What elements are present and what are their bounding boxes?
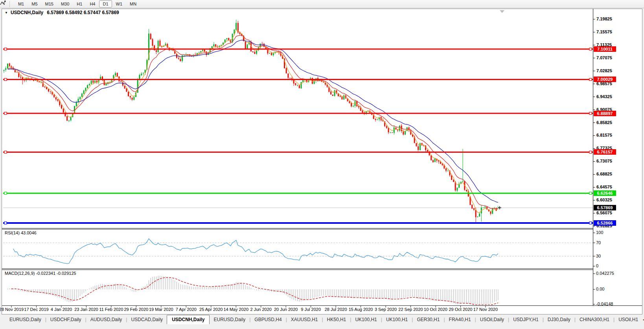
price-axis-label: 6.81575: [596, 133, 612, 137]
chart-ohlc-values: 6.57869 6.58492 6.57447 6.57869: [47, 10, 119, 15]
zigzag-glyph: [0, 0, 6, 6]
chart-tab-hk50-h1[interactable]: HK50,H1: [323, 316, 350, 324]
timeframe-button-h4[interactable]: H4: [86, 0, 99, 7]
timeframe-button-d1[interactable]: D1: [99, 0, 112, 7]
date-axis-label: 3 Sep 2020: [375, 307, 397, 312]
date-axis-label: 23 Jan 2020: [74, 307, 98, 312]
chart-tab-usdcnh-daily[interactable]: USDCNH,Daily: [167, 315, 210, 324]
date-axis-label: 19 Mar 2020: [149, 307, 173, 312]
chart-tab-ger30-h1[interactable]: GER30,H1: [413, 316, 443, 324]
line-handle[interactable]: [589, 112, 592, 115]
line-handle[interactable]: [4, 78, 7, 80]
date-axis-label: 14 May 2020: [223, 307, 248, 312]
rsi-scale-label: 30: [596, 254, 601, 258]
price-axis-label: 6.60325: [596, 197, 612, 202]
macd-indicator-label: MACD(12,26,9) -0.022341 -0.029125: [5, 271, 76, 276]
line-handle[interactable]: [589, 222, 592, 224]
timeframe-button-m1[interactable]: M1: [15, 0, 28, 7]
date-axis-label: 22 Sep 2020: [398, 307, 423, 312]
price-line-badge: 6.76157: [594, 149, 616, 155]
line-handle[interactable]: [589, 78, 592, 80]
price-axis-label: 7.15575: [596, 29, 612, 34]
line-handle[interactable]: [589, 48, 592, 50]
timeframe-button-mn[interactable]: MN: [126, 0, 140, 7]
chart-canvas[interactable]: [0, 0, 644, 329]
price-axis-label: 6.85825: [596, 120, 612, 125]
timeframe-button-m30[interactable]: M30: [57, 0, 73, 7]
chart-tab-fra40-h1[interactable]: FRA40,H1: [445, 316, 475, 324]
price-axis-label: 6.64575: [596, 185, 612, 189]
chart-tab-bar: EURUSD,Daily|USDCHF,Daily|AUDUSD,Daily|U…: [0, 314, 644, 329]
price-line-badge: 6.62646: [594, 190, 616, 196]
chart-tab-usdchf-daily[interactable]: USDCHF,Daily: [46, 316, 85, 324]
timeframe-button-m15[interactable]: M15: [42, 0, 57, 7]
chart-tab-eurusd-daily[interactable]: EURUSD,Daily: [210, 316, 249, 324]
date-axis-label: 20 Jun 2020: [274, 307, 298, 312]
date-axis-label: 29 Feb 2020: [124, 307, 148, 312]
rsi-indicator-label: RSI(14) 43.0046: [5, 230, 37, 235]
tab-scroll-arrows: ◄►: [642, 316, 644, 322]
line-handle[interactable]: [4, 112, 7, 115]
price-axis-label: 6.94325: [596, 94, 612, 99]
price-axis-label: 7.02825: [596, 68, 612, 73]
chart-tab-dj30-daily[interactable]: DJ30,Daily: [544, 316, 574, 324]
date-axis-label: 15 Aug 2020: [349, 307, 373, 312]
price-line-badge: 7.10011: [594, 46, 616, 52]
macd-scale-label: 0.042275: [596, 271, 614, 276]
tab-scroll-left-button[interactable]: ◄: [642, 318, 644, 322]
line-handle[interactable]: [589, 192, 592, 194]
chart-tab-eurusd-daily[interactable]: EURUSD,Daily: [6, 316, 45, 324]
rsi-scale-label: 0: [596, 263, 598, 268]
rsi-scale-label: 100: [596, 230, 603, 235]
chart-tab-gbpusd-h4[interactable]: GBPUSD,H4: [250, 316, 285, 324]
date-axis-label: 28 Nov 2019: [0, 307, 24, 312]
rsi-scale-label: 70: [596, 240, 601, 245]
date-axis-label: 9 Jul 2020: [301, 307, 321, 312]
price-axis-label: 6.68825: [596, 172, 612, 176]
price-line-badge: 6.88897: [594, 111, 616, 116]
price-axis-label: 6.73075: [596, 159, 612, 163]
timeframe-button-h1[interactable]: H1: [73, 0, 86, 7]
timeframe-button-group: M1M5M15M30H1H4D1W1MN: [15, 0, 140, 7]
date-axis-label: 11 Feb 2020: [99, 307, 123, 312]
date-axis-label: 28 Jul 2020: [325, 307, 347, 312]
chart-tab-usoil-daily[interactable]: USOil,Daily: [476, 316, 508, 324]
date-axis-label: 7 Apr 2020: [176, 307, 197, 312]
line-studies-icon[interactable]: ▼: [1, 2, 6, 6]
toolbar-grip: [9, 1, 12, 7]
chart-window-title: ▼ USDCNH,Daily 6.57869 6.58492 6.57447 6…: [5, 10, 119, 15]
price-line-badge: 7.00029: [594, 77, 616, 82]
macd-scale-label: 0.00: [596, 287, 604, 291]
chart-symbol-label: USDCNH,Daily: [11, 10, 43, 15]
price-line-badge: 6.52866: [594, 220, 616, 226]
date-axis-label: 25 Apr 2020: [199, 307, 223, 312]
collapse-triangle-icon[interactable]: ▼: [5, 11, 8, 15]
chart-tab-china300-h1[interactable]: CHINA300,H1: [576, 316, 613, 324]
chart-tab-usoil-h1[interactable]: USOil,H1: [615, 316, 642, 324]
chart-tab-uk100-h1[interactable]: UK100,H1: [382, 316, 412, 324]
date-axis-label: 29 Oct 2020: [449, 307, 472, 312]
line-handle[interactable]: [4, 48, 7, 50]
line-handle[interactable]: [4, 151, 7, 153]
mt4-screen: ▼ M1M5M15M30H1H4D1W1MN ▼ USDCNH,Daily 6.…: [0, 0, 644, 329]
timeframe-button-m5[interactable]: M5: [28, 0, 41, 7]
line-handle[interactable]: [589, 151, 592, 153]
line-handle[interactable]: [4, 222, 7, 224]
date-axis-label: 10 Oct 2020: [424, 307, 447, 312]
current-price-badge: 6.57869: [594, 205, 616, 210]
date-axis-label: 17 Nov 2020: [473, 307, 498, 312]
macd-scale-label: -0.04148: [596, 302, 613, 306]
chart-tab-uk100-h1[interactable]: UK100,H1: [351, 316, 381, 324]
chart-tab-usdcad-daily[interactable]: USDCAD,Daily: [127, 316, 167, 324]
date-axis-label: 2 Jun 2020: [250, 307, 271, 312]
chart-tab-xauusd-h1[interactable]: XAUUSD,H1: [287, 316, 322, 324]
top-toolbar: ▼ M1M5M15M30H1H4D1W1MN: [0, 0, 644, 8]
price-axis-label: 7.07075: [596, 55, 612, 60]
timeframe-button-w1[interactable]: W1: [112, 0, 126, 7]
line-handle[interactable]: [4, 192, 7, 194]
date-axis-label: 17 Dec 2019: [24, 307, 48, 312]
chart-tab-audusd-daily[interactable]: AUDUSD,Daily: [86, 316, 126, 324]
chart-tab-usdjpy-h1[interactable]: USDJPY,H1: [509, 316, 542, 324]
price-axis-label: 6.56075: [596, 210, 612, 215]
date-axis-label: 4 Jan 2020: [51, 307, 72, 312]
